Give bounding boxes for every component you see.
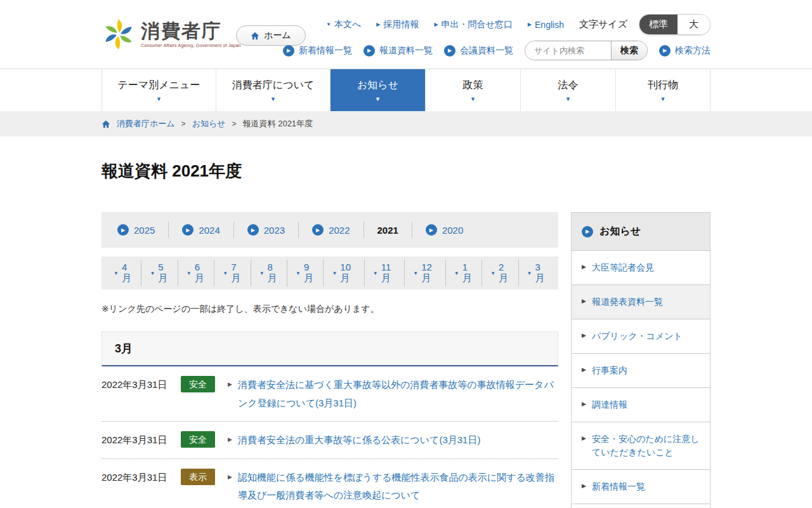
month-link-nov[interactable]: ▼11月 — [365, 260, 405, 286]
font-size-label: 文字サイズ — [579, 18, 627, 30]
month-link-feb[interactable]: ▼2月 — [482, 260, 518, 286]
year-link-2025[interactable]: ▶ 2025 — [104, 222, 169, 238]
site-search: 検索 — [525, 41, 648, 60]
category-badge: 安全 — [181, 376, 215, 392]
month-link-apr[interactable]: ▼4月 — [105, 260, 141, 286]
search-help-link[interactable]: ▶ 検索方法 — [659, 45, 710, 57]
caret-down-icon: ▼ — [156, 96, 162, 102]
caret-down-icon: ▼ — [470, 96, 476, 102]
month-link-jun[interactable]: ▼6月 — [178, 260, 214, 286]
english-link[interactable]: ▶ English — [528, 20, 564, 30]
year-current-2021: 2021 — [364, 222, 412, 238]
sidebar-item-public-comment[interactable]: ▶ パブリック・コメント — [572, 319, 710, 354]
arrow-circle-icon: ▶ — [582, 226, 593, 237]
caret-down-icon: ▼ — [332, 271, 337, 276]
arrow-circle-icon: ▶ — [426, 224, 437, 236]
month-link-mar[interactable]: ▼3月 — [519, 260, 554, 286]
breadcrumb-home-link[interactable]: 消費者庁ホーム — [117, 118, 175, 130]
arrow-circle-icon: ▶ — [363, 45, 375, 57]
month-link-oct[interactable]: ▼10月 — [324, 260, 364, 286]
disclaimer-note: ※リンク先のページの一部は終了し、表示できない場合があります。 — [102, 304, 558, 315]
caret-down-icon: ▼ — [223, 271, 228, 276]
year-link-2023[interactable]: ▶ 2023 — [234, 222, 299, 238]
agency-logo[interactable]: 消費者庁 Consumer Affairs Agency, Government… — [102, 17, 241, 52]
caret-right-icon: ▶ — [376, 22, 380, 27]
meeting-materials-list-link[interactable]: ▶ 会議資料一覧 — [444, 45, 513, 57]
caret-right-icon: ▶ — [582, 261, 586, 270]
sidebar-item-press-release-list[interactable]: ▶ 報道発表資料一覧 — [572, 285, 710, 319]
news-link[interactable]: 消費者安全法に基づく重大事故等以外の消費者事故等の事故情報データバンク登録につい… — [238, 376, 558, 412]
nav-tab-about[interactable]: 消費者庁について▼ — [216, 69, 330, 111]
caret-right-icon: ▶ — [434, 22, 438, 27]
press-materials-list-link[interactable]: ▶ 報道資料一覧 — [363, 45, 433, 57]
month-section-heading: 3月 — [102, 331, 558, 366]
skip-to-content-link[interactable]: ▼ 本文へ — [326, 19, 361, 30]
caret-down-icon: ▼ — [270, 96, 276, 102]
sidebar-item-new-info-list[interactable]: ▶ 新着情報一覧 — [572, 470, 710, 504]
arrow-circle-icon: ▶ — [247, 224, 259, 236]
recruit-link[interactable]: ▶ 採用情報 — [376, 19, 419, 30]
contact-link[interactable]: ▶ 申出・問合せ窓口 — [434, 19, 512, 30]
news-item: 2022年3月31日 表示 ▶ 認知機能に係る機能性を標ぼうする機能性表示食品の… — [102, 459, 558, 508]
pinwheel-logo-icon — [102, 17, 136, 52]
font-size-toggle: 標準 大 — [639, 14, 710, 35]
caret-down-icon: ▼ — [114, 271, 119, 276]
news-date: 2022年3月31日 — [102, 469, 173, 484]
font-size-standard-button[interactable]: 標準 — [639, 15, 678, 34]
caret-down-icon: ▼ — [259, 271, 265, 276]
sidebar-heading: ▶ お知らせ — [572, 213, 710, 251]
search-button[interactable]: 検索 — [611, 41, 647, 60]
quick-links-row: ▶ 新着情報一覧 ▶ 報道資料一覧 ▶ 会議資料一覧 検索 ▶ 検索方法 — [283, 41, 710, 60]
site-header: 消費者庁 Consumer Affairs Agency, Government… — [0, 0, 812, 69]
caret-right-icon: ▶ — [582, 432, 586, 441]
site-search-input[interactable] — [525, 41, 611, 60]
sidebar-item-events[interactable]: ▶ 行事案内 — [572, 354, 710, 388]
month-link-may[interactable]: ▼5月 — [141, 260, 178, 286]
year-link-2020[interactable]: ▶ 2020 — [412, 222, 476, 238]
month-filter: ▼4月 ▼5月 ▼6月 ▼7月 ▼8月 ▼9月 ▼10月 ▼11月 ▼12月 ▼… — [102, 257, 558, 290]
month-link-sep[interactable]: ▼9月 — [287, 260, 324, 286]
month-link-dec[interactable]: ▼12月 — [405, 260, 445, 286]
caret-down-icon: ▼ — [490, 271, 495, 276]
breadcrumb: 消費者庁ホーム > お知らせ > 報道資料 2021年度 — [102, 111, 710, 137]
arrow-circle-icon: ▶ — [659, 45, 671, 57]
nav-tab-theme-menu[interactable]: テーマ別メニュー▼ — [102, 69, 216, 111]
nav-tab-laws[interactable]: 法令▼ — [520, 69, 615, 111]
sidebar-item-recall-info[interactable]: ▶ リコール情報 — [572, 504, 710, 508]
home-icon — [102, 120, 110, 128]
utility-links: ▼ 本文へ ▶ 採用情報 ▶ 申出・問合せ窓口 ▶ English 文字サイズ … — [326, 14, 710, 35]
news-link[interactable]: 認知機能に係る機能性を標ぼうする機能性表示食品の表示に関する改善指導及び一般消費… — [238, 469, 558, 505]
news-sidebar: ▶ お知らせ ▶ 大臣等記者会見 ▶ 報道発表資料一覧 ▶ パブリック・コメント… — [571, 212, 710, 508]
caret-down-icon: ▼ — [527, 271, 532, 276]
arrow-circle-icon: ▶ — [283, 45, 294, 57]
nav-tab-policy[interactable]: 政策▼ — [425, 69, 520, 111]
category-badge: 安全 — [181, 431, 215, 448]
nav-tab-news[interactable]: お知らせ▼ — [330, 69, 425, 111]
new-info-list-link[interactable]: ▶ 新着情報一覧 — [283, 45, 352, 57]
page-title: 報道資料 2021年度 — [102, 160, 710, 182]
breadcrumb-news-link[interactable]: お知らせ — [192, 118, 226, 130]
home-icon — [251, 32, 259, 40]
caret-right-icon: ▶ — [582, 480, 586, 489]
global-navigation: テーマ別メニュー▼ 消費者庁について▼ お知らせ▼ 政策▼ 法令▼ 刊行物▼ — [0, 69, 812, 111]
sidebar-item-safety-caution[interactable]: ▶ 安全・安心のために注意していただきたいこと — [572, 422, 710, 470]
caret-down-icon: ▼ — [375, 96, 381, 102]
caret-down-icon: ▼ — [660, 96, 666, 102]
sidebar-item-press-conference[interactable]: ▶ 大臣等記者会見 — [572, 251, 710, 285]
caret-right-icon: ▶ — [582, 398, 586, 407]
news-date: 2022年3月31日 — [102, 376, 173, 391]
font-size-large-button[interactable]: 大 — [678, 15, 710, 34]
caret-down-icon: ▼ — [187, 271, 192, 276]
month-link-jul[interactable]: ▼7月 — [214, 260, 251, 286]
month-link-aug[interactable]: ▼8月 — [251, 260, 287, 286]
year-filter: ▶ 2025 ▶ 2024 ▶ 2023 ▶ 2022 2021 ▶ 2020 — [102, 212, 558, 248]
month-link-jan[interactable]: ▼1月 — [446, 260, 482, 286]
nav-tab-publications[interactable]: 刊行物▼ — [615, 69, 710, 111]
breadcrumb-bar: 消費者庁ホーム > お知らせ > 報道資料 2021年度 — [0, 111, 812, 137]
main-content: ▶ 2025 ▶ 2024 ▶ 2023 ▶ 2022 2021 ▶ 2020 … — [102, 212, 558, 508]
sidebar-item-procurement[interactable]: ▶ 調達情報 — [572, 388, 710, 422]
year-link-2024[interactable]: ▶ 2024 — [169, 222, 233, 238]
arrow-circle-icon: ▶ — [117, 224, 129, 236]
year-link-2022[interactable]: ▶ 2022 — [299, 222, 363, 238]
news-link[interactable]: 消費者安全法の重大事故等に係る公表について(3月31日) — [238, 431, 558, 450]
